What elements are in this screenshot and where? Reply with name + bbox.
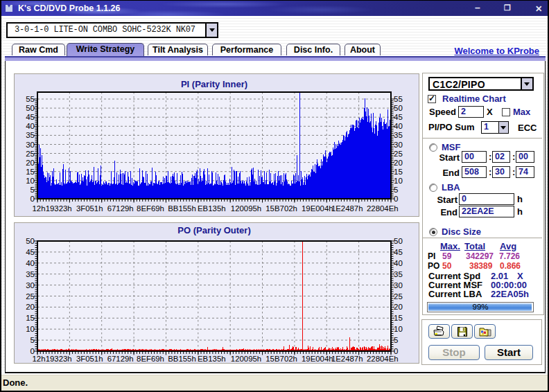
- svg-text:15: 15: [26, 168, 35, 176]
- svg-text:30: 30: [26, 141, 35, 149]
- svg-text:1E2487h: 1E2487h: [331, 355, 363, 363]
- svg-text:20: 20: [26, 303, 35, 311]
- svg-text:PO (Parity Outer): PO (Parity Outer): [177, 225, 250, 235]
- svg-text:5: 5: [394, 186, 398, 194]
- svg-text:45: 45: [26, 248, 35, 256]
- svg-text:35: 35: [26, 131, 35, 139]
- svg-text:15: 15: [26, 314, 35, 322]
- svg-text:3F051h: 3F051h: [76, 355, 103, 363]
- svg-text:BB155h: BB155h: [168, 355, 196, 363]
- svg-text:35: 35: [394, 131, 403, 139]
- svg-text:19323h: 19323h: [46, 355, 72, 363]
- svg-text:50: 50: [394, 237, 403, 245]
- svg-text:22804Eh: 22804Eh: [367, 355, 399, 363]
- svg-text:0: 0: [394, 195, 398, 203]
- svg-text:15: 15: [394, 314, 403, 322]
- svg-text:15: 15: [394, 168, 403, 176]
- svg-text:19E004h: 19E004h: [302, 355, 333, 363]
- svg-text:EB135h: EB135h: [198, 355, 226, 363]
- svg-text:40: 40: [26, 259, 35, 267]
- svg-text:40: 40: [394, 122, 403, 130]
- svg-text:35: 35: [394, 270, 403, 278]
- svg-text:19E004h: 19E004h: [302, 204, 333, 213]
- svg-text:10: 10: [26, 177, 35, 185]
- svg-text:12h: 12h: [32, 355, 45, 363]
- svg-text:120095h: 120095h: [231, 355, 261, 363]
- svg-text:50: 50: [394, 104, 403, 112]
- svg-text:10: 10: [26, 325, 35, 333]
- svg-text:EB135h: EB135h: [198, 204, 226, 213]
- svg-text:0: 0: [31, 195, 35, 203]
- svg-text:25: 25: [26, 150, 35, 158]
- svg-text:PI (Parity Inner): PI (Parity Inner): [181, 79, 247, 89]
- svg-text:30: 30: [394, 281, 403, 289]
- svg-text:10: 10: [394, 177, 403, 185]
- svg-text:20: 20: [26, 159, 35, 167]
- svg-text:67129h: 67129h: [107, 355, 134, 363]
- svg-text:15B702h: 15B702h: [265, 355, 297, 363]
- svg-text:55: 55: [394, 95, 403, 103]
- svg-text:19323h: 19323h: [46, 204, 72, 213]
- svg-text:1E2487h: 1E2487h: [331, 204, 363, 213]
- svg-text:15B702h: 15B702h: [265, 204, 297, 213]
- svg-text:10: 10: [394, 325, 403, 333]
- svg-text:25: 25: [394, 150, 403, 158]
- svg-text:45: 45: [394, 113, 403, 121]
- svg-text:25: 25: [394, 292, 403, 301]
- svg-text:45: 45: [394, 248, 403, 256]
- svg-text:20: 20: [394, 159, 403, 167]
- svg-text:40: 40: [394, 259, 403, 267]
- svg-text:25: 25: [26, 292, 35, 301]
- svg-text:67129h: 67129h: [107, 204, 134, 213]
- svg-text:50: 50: [26, 237, 35, 245]
- svg-text:50: 50: [26, 104, 35, 112]
- svg-text:5: 5: [31, 336, 35, 344]
- svg-text:55: 55: [26, 95, 35, 103]
- svg-text:12h: 12h: [32, 204, 45, 213]
- svg-text:8EF69h: 8EF69h: [137, 204, 164, 213]
- svg-text:5: 5: [394, 336, 398, 344]
- svg-text:5: 5: [31, 186, 35, 194]
- svg-text:8EF69h: 8EF69h: [137, 355, 164, 363]
- svg-text:120095h: 120095h: [231, 204, 261, 213]
- svg-text:35: 35: [26, 270, 35, 278]
- svg-text:20: 20: [394, 303, 403, 311]
- svg-text:45: 45: [26, 113, 35, 121]
- svg-text:30: 30: [26, 281, 35, 289]
- svg-text:22804Eh: 22804Eh: [367, 204, 399, 213]
- svg-text:30: 30: [394, 141, 403, 149]
- svg-text:40: 40: [26, 122, 35, 130]
- svg-text:3F051h: 3F051h: [76, 204, 103, 213]
- svg-text:BB155h: BB155h: [168, 204, 196, 213]
